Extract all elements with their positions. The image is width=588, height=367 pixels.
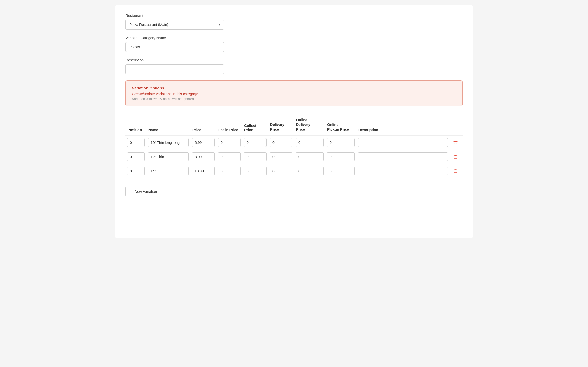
row-1-description-input[interactable]	[358, 152, 448, 161]
delete-row-0-button[interactable]	[451, 139, 460, 146]
row-0-name-input[interactable]	[148, 138, 189, 147]
table-header: Position Name Price Eat-in Price Collect…	[125, 115, 463, 135]
new-variation-label: New Variation	[135, 189, 157, 194]
row-2-name-input[interactable]	[148, 167, 189, 175]
row-2-delivery_price-input[interactable]	[270, 167, 292, 175]
restaurant-group: Restaurant Pizza Restaurant (Main) ▾	[125, 13, 463, 30]
th-position: Position	[125, 115, 146, 135]
row-0-collect_price-input[interactable]	[244, 138, 267, 147]
restaurant-label: Restaurant	[125, 13, 463, 18]
row-2-collect_price-input[interactable]	[244, 167, 267, 175]
variation-options-title: Variation Options	[132, 86, 456, 90]
description-wrapper	[125, 64, 224, 74]
description-group: Description	[125, 58, 463, 74]
variation-category-name-input[interactable]	[125, 42, 224, 52]
delete-row-1-button[interactable]	[451, 153, 460, 160]
table-row	[125, 135, 463, 150]
variation-category-name-label: Variation Category Name	[125, 36, 463, 40]
trash-icon	[453, 154, 458, 159]
plus-icon: +	[131, 189, 133, 194]
row-1-position-input[interactable]	[127, 152, 145, 161]
th-delete	[450, 115, 463, 135]
table-row	[125, 164, 463, 178]
variations-table-section: Position Name Price Eat-in Price Collect…	[125, 115, 463, 178]
row-0-description-input[interactable]	[358, 138, 448, 147]
row-1-name-input[interactable]	[148, 152, 189, 161]
new-variation-button[interactable]: + New Variation	[125, 187, 162, 196]
row-2-online_delivery_price-input[interactable]	[296, 167, 324, 175]
description-input[interactable]	[125, 64, 224, 74]
th-name: Name	[146, 115, 190, 135]
table-row	[125, 150, 463, 164]
trash-icon	[453, 169, 458, 173]
row-2-description-input[interactable]	[358, 167, 448, 175]
variation-options-hint: Variation with empty name will be ignore…	[132, 97, 456, 101]
row-2-position-input[interactable]	[127, 167, 145, 175]
row-0-delivery_price-input[interactable]	[270, 138, 292, 147]
row-2-eatin_price-input[interactable]	[218, 167, 241, 175]
variations-table: Position Name Price Eat-in Price Collect…	[125, 115, 463, 178]
row-0-price-input[interactable]	[192, 138, 215, 147]
trash-icon	[453, 140, 458, 145]
th-eatin-price: Eat-in Price	[216, 115, 242, 135]
row-1-online_pickup_price-input[interactable]	[327, 152, 355, 161]
description-label: Description	[125, 58, 463, 62]
row-1-eatin_price-input[interactable]	[218, 152, 241, 161]
row-1-collect_price-input[interactable]	[244, 152, 267, 161]
th-description: Description	[356, 115, 450, 135]
row-2-online_pickup_price-input[interactable]	[327, 167, 355, 175]
row-0-position-input[interactable]	[127, 138, 145, 147]
row-0-online_delivery_price-input[interactable]	[296, 138, 324, 147]
variation-options-box: Variation Options Create/update variatio…	[125, 80, 463, 106]
th-price: Price	[190, 115, 216, 135]
delete-row-2-button[interactable]	[451, 168, 460, 174]
variation-category-name-group: Variation Category Name	[125, 36, 463, 52]
th-online-pickup-price: OnlinePickup Price	[325, 115, 356, 135]
restaurant-select-wrapper: Pizza Restaurant (Main) ▾	[125, 20, 224, 30]
row-2-price-input[interactable]	[192, 167, 215, 175]
row-1-online_delivery_price-input[interactable]	[296, 152, 324, 161]
row-0-online_pickup_price-input[interactable]	[327, 138, 355, 147]
variation-options-subtitle: Create/update variations in this categor…	[132, 92, 456, 96]
page-container: Restaurant Pizza Restaurant (Main) ▾ Var…	[115, 5, 473, 238]
th-online-delivery-price: OnlineDeliveryPrice	[294, 115, 325, 135]
table-body	[125, 135, 463, 178]
th-collect-price: Collect Price	[242, 115, 268, 135]
th-delivery-price: DeliveryPrice	[268, 115, 294, 135]
row-1-price-input[interactable]	[192, 152, 215, 161]
row-1-delivery_price-input[interactable]	[270, 152, 292, 161]
restaurant-select[interactable]: Pizza Restaurant (Main)	[125, 20, 224, 30]
variation-category-name-wrapper	[125, 42, 224, 52]
row-0-eatin_price-input[interactable]	[218, 138, 241, 147]
